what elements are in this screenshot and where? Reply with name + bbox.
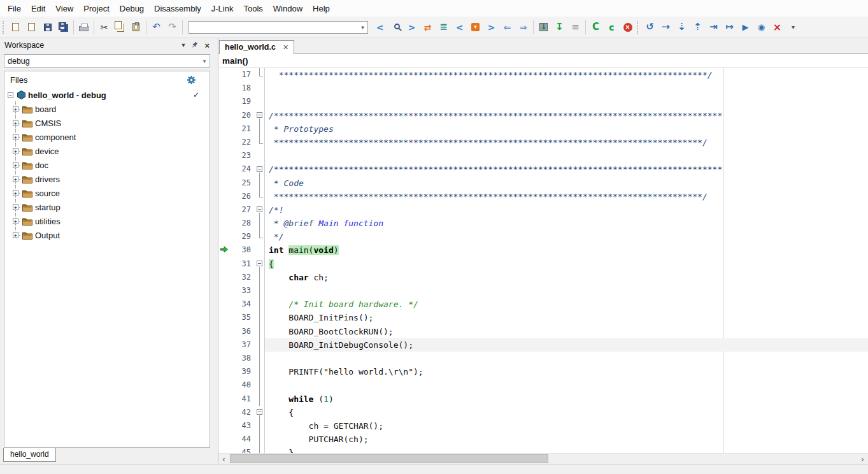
breakpoint-gutter-cell[interactable] bbox=[218, 149, 229, 162]
step-into-button[interactable]: ⇣ bbox=[674, 20, 690, 35]
find-replace-button[interactable]: ⇄ bbox=[420, 20, 436, 35]
tree-item-board[interactable]: +board bbox=[4, 102, 210, 116]
expand-icon[interactable]: + bbox=[13, 162, 18, 168]
breakpoint-gutter-cell[interactable] bbox=[218, 190, 229, 203]
save-button[interactable] bbox=[39, 20, 55, 35]
break-button[interactable]: ◉ bbox=[753, 20, 769, 35]
go-button[interactable]: ▶ bbox=[737, 20, 753, 35]
breakpoint-gutter-cell[interactable] bbox=[218, 338, 229, 352]
redo-button[interactable]: ↷ bbox=[164, 20, 180, 35]
new-document-button[interactable] bbox=[8, 20, 24, 35]
find-next-button[interactable]: > bbox=[404, 20, 420, 35]
breakpoint-gutter-cell[interactable] bbox=[218, 419, 229, 433]
find-previous-button[interactable]: < bbox=[372, 20, 388, 35]
breakpoint-gutter-cell[interactable] bbox=[218, 257, 229, 271]
breakpoint-gutter-cell[interactable] bbox=[218, 365, 229, 378]
breakpoint-gutter-cell[interactable] bbox=[218, 243, 229, 257]
save-all-button[interactable] bbox=[55, 20, 71, 35]
bookmark-list-button[interactable]: ≣ bbox=[436, 20, 452, 35]
breakpoint-gutter-cell[interactable] bbox=[218, 298, 229, 311]
expand-icon[interactable]: + bbox=[13, 205, 18, 210]
tree-item-drivers[interactable]: +drivers bbox=[4, 172, 210, 186]
breakpoint-gutter-cell[interactable] bbox=[218, 284, 229, 298]
menu-tools[interactable]: Tools bbox=[238, 1, 267, 16]
collapse-icon[interactable]: − bbox=[8, 92, 13, 98]
tree-item-component[interactable]: +component bbox=[4, 130, 210, 144]
tree-item-output[interactable]: +Output bbox=[4, 228, 210, 242]
expand-icon[interactable]: + bbox=[13, 190, 18, 196]
search-combo[interactable]: ▾ bbox=[189, 21, 368, 34]
cut-button[interactable]: ✂ bbox=[96, 20, 112, 35]
breakpoint-gutter-cell[interactable] bbox=[218, 406, 229, 419]
next-bookmark-button[interactable]: > bbox=[483, 20, 499, 35]
menu-jlink[interactable]: J-Link bbox=[206, 1, 239, 16]
fold-collapse-icon[interactable]: − bbox=[257, 206, 262, 212]
menu-debug[interactable]: Debug bbox=[115, 1, 149, 16]
run-to-cursor-button[interactable]: ↦ bbox=[722, 20, 737, 35]
breakpoint-gutter-cell[interactable] bbox=[218, 203, 229, 217]
workspace-menu-icon[interactable]: ▼ bbox=[180, 42, 186, 48]
expand-icon[interactable]: + bbox=[13, 148, 18, 154]
breakpoint-gutter-cell[interactable] bbox=[218, 68, 229, 82]
tree-item-cmsis[interactable]: +CMSIS bbox=[4, 116, 210, 130]
breakpoint-gutter-cell[interactable] bbox=[218, 378, 229, 392]
code-editor[interactable]: 17 *************************************… bbox=[218, 68, 868, 453]
scrollbar-thumb[interactable] bbox=[230, 454, 548, 463]
breakpoint-gutter-cell[interactable] bbox=[218, 162, 229, 176]
compile-button[interactable]: c bbox=[604, 20, 620, 35]
toggle-bookmark-button[interactable]: ▾ bbox=[467, 20, 483, 35]
undo-button[interactable]: ↶ bbox=[148, 20, 164, 35]
tree-item-source[interactable]: +source bbox=[4, 186, 210, 200]
menu-help[interactable]: Help bbox=[308, 1, 335, 16]
search-combo-dropdown-icon[interactable]: ▾ bbox=[358, 24, 367, 31]
close-icon[interactable]: × bbox=[204, 41, 210, 50]
navigate-backward-button[interactable]: ⇐ bbox=[499, 20, 515, 35]
breakpoint-gutter-cell[interactable] bbox=[218, 446, 229, 453]
expand-icon[interactable]: + bbox=[13, 134, 18, 140]
horizontal-scrollbar[interactable]: ‹ › bbox=[218, 453, 868, 464]
breakpoint-gutter-cell[interactable] bbox=[218, 109, 229, 122]
fold-collapse-icon[interactable]: − bbox=[257, 261, 262, 266]
breakpoint-gutter-cell[interactable] bbox=[218, 217, 229, 230]
breakpoint-gutter-cell[interactable] bbox=[218, 352, 229, 365]
reset-button[interactable]: ↺ bbox=[642, 20, 658, 35]
breakpoint-gutter-cell[interactable] bbox=[218, 176, 229, 190]
tree-item-device[interactable]: +device bbox=[4, 144, 210, 158]
tree-item-utilities[interactable]: +utilities bbox=[4, 214, 210, 228]
tree-item-project[interactable]: −hello_world - debug✓ bbox=[4, 88, 210, 102]
step-over-button[interactable]: ⇢ bbox=[658, 20, 674, 35]
expand-icon[interactable]: + bbox=[13, 176, 18, 182]
search-combo-input[interactable] bbox=[189, 23, 358, 32]
gear-icon[interactable] bbox=[187, 75, 196, 85]
fold-collapse-icon[interactable]: − bbox=[257, 112, 262, 118]
pin-icon[interactable] bbox=[192, 41, 199, 50]
breakpoint-gutter-cell[interactable] bbox=[218, 95, 229, 108]
toolbar-options-button[interactable]: ▾ bbox=[785, 20, 801, 35]
flash-list-button[interactable]: ≡ bbox=[567, 20, 583, 35]
editor-tab-hello-world-c[interactable]: hello_world.c ✕ bbox=[219, 40, 294, 54]
next-statement-button[interactable]: ⇥ bbox=[706, 20, 722, 35]
close-tab-icon[interactable]: ✕ bbox=[283, 43, 288, 52]
download-and-debug-button[interactable]: ↓ bbox=[536, 20, 551, 35]
find-button[interactable] bbox=[388, 20, 404, 35]
open-file-button[interactable] bbox=[24, 20, 39, 35]
tree-item-startup[interactable]: +startup bbox=[4, 200, 210, 214]
configuration-dropdown[interactable]: debug ▾ bbox=[4, 54, 210, 68]
stop-debugging-button[interactable]: × bbox=[769, 20, 785, 35]
breakpoint-gutter-cell[interactable] bbox=[218, 325, 229, 338]
copy-button[interactable] bbox=[112, 20, 128, 35]
workspace-tab-hello-world[interactable]: hello_world bbox=[3, 448, 56, 462]
menu-view[interactable]: View bbox=[50, 1, 78, 16]
menu-window[interactable]: Window bbox=[268, 1, 308, 16]
expand-icon[interactable]: + bbox=[13, 106, 18, 112]
menu-project[interactable]: Project bbox=[78, 1, 114, 16]
previous-bookmark-button[interactable]: < bbox=[452, 20, 467, 35]
expand-icon[interactable]: + bbox=[13, 219, 18, 224]
expand-icon[interactable]: + bbox=[13, 120, 18, 126]
print-button[interactable] bbox=[76, 20, 92, 35]
menu-file[interactable]: File bbox=[3, 1, 26, 16]
navigate-forward-button[interactable]: ⇒ bbox=[515, 20, 531, 35]
menu-disassembly[interactable]: Disassembly bbox=[149, 1, 206, 16]
expand-icon[interactable]: + bbox=[13, 233, 18, 238]
breakpoint-gutter-cell[interactable] bbox=[218, 311, 229, 324]
